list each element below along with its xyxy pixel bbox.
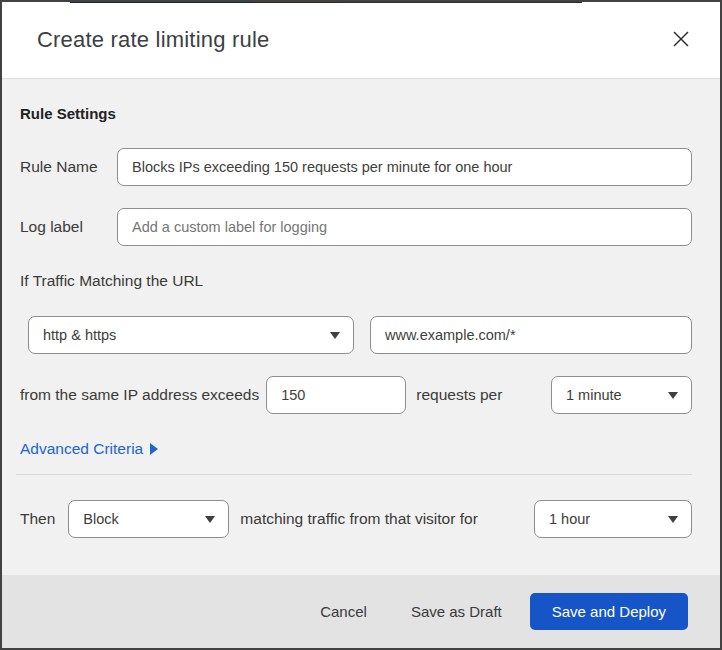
rule-name-input[interactable]	[117, 148, 692, 186]
duration-select-value: 1 hour	[549, 511, 590, 527]
then-row: Then Block matching traffic from that vi…	[20, 500, 692, 538]
request-threshold-input[interactable]	[266, 376, 406, 414]
rule-settings-heading: Rule Settings	[20, 105, 692, 122]
threshold-text-after: requests per	[416, 386, 502, 404]
create-rate-limiting-rule-dialog: Create rate limiting rule Rule Settings …	[0, 0, 722, 650]
action-select[interactable]: Block	[68, 500, 229, 538]
chevron-down-icon	[330, 332, 340, 339]
save-and-deploy-button[interactable]: Save and Deploy	[530, 593, 688, 630]
duration-select[interactable]: 1 hour	[534, 500, 692, 538]
section-divider	[16, 474, 692, 475]
chevron-down-icon	[668, 392, 678, 399]
period-select[interactable]: 1 minute	[551, 376, 692, 414]
dialog-title: Create rate limiting rule	[37, 27, 269, 53]
threshold-row: from the same IP address exceeds request…	[20, 376, 692, 414]
period-select-value: 1 minute	[566, 387, 622, 403]
chevron-down-icon	[205, 516, 215, 523]
close-button[interactable]	[668, 27, 694, 53]
close-icon	[672, 30, 690, 51]
background-window-edge	[70, 0, 582, 3]
advanced-criteria-link[interactable]: Advanced Criteria	[20, 440, 158, 458]
dialog-body: Rule Settings Rule Name Log label If Tra…	[2, 79, 720, 538]
advanced-criteria-label: Advanced Criteria	[20, 440, 143, 458]
cancel-button[interactable]: Cancel	[310, 595, 377, 628]
save-as-draft-button[interactable]: Save as Draft	[401, 595, 512, 628]
log-label-row: Log label	[20, 208, 692, 246]
rule-name-row: Rule Name	[20, 148, 692, 186]
scheme-row: http & https	[28, 316, 692, 354]
action-select-value: Block	[83, 511, 118, 527]
matching-traffic-text: matching traffic from that visitor for	[240, 510, 477, 528]
log-label-label: Log label	[20, 218, 117, 236]
log-label-input[interactable]	[117, 208, 692, 246]
threshold-text-before: from the same IP address exceeds	[20, 386, 259, 404]
chevron-down-icon	[668, 516, 678, 523]
traffic-match-heading: If Traffic Matching the URL	[20, 272, 692, 290]
arrow-right-icon	[150, 443, 158, 455]
rule-name-label: Rule Name	[20, 158, 117, 176]
scheme-select-value: http & https	[43, 327, 116, 343]
scheme-select[interactable]: http & https	[28, 316, 354, 354]
url-pattern-input[interactable]	[370, 316, 692, 354]
then-label: Then	[20, 510, 55, 528]
dialog-header: Create rate limiting rule	[2, 2, 720, 79]
dialog-footer: Cancel Save as Draft Save and Deploy	[2, 575, 720, 648]
